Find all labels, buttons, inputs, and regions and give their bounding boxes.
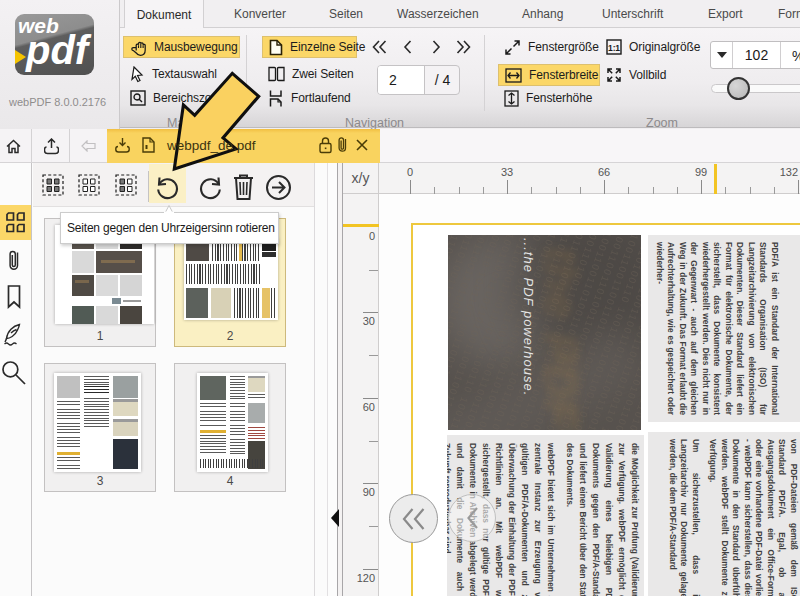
svg-text:1:1: 1:1: [608, 43, 620, 53]
